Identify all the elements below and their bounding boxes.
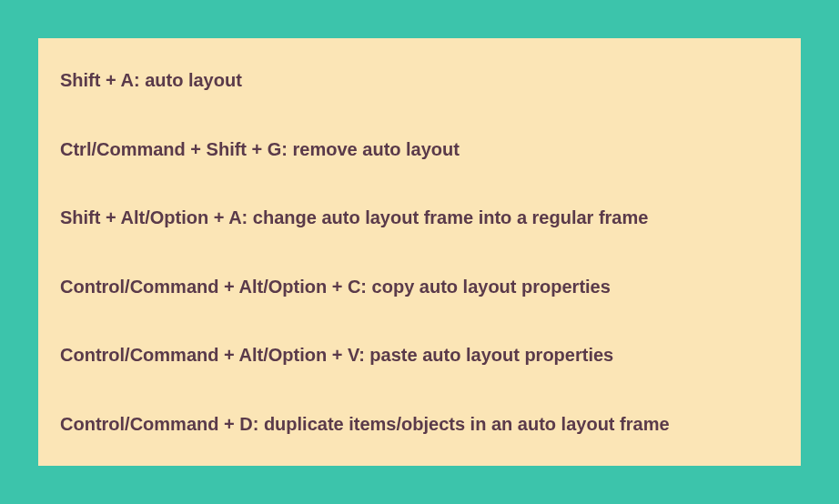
shortcut-item: Shift + Alt/Option + A: change auto layo… xyxy=(60,205,779,230)
shortcut-item: Ctrl/Command + Shift + G: remove auto la… xyxy=(60,136,779,162)
shortcut-item: Control/Command + Alt/Option + V: paste … xyxy=(60,342,779,368)
shortcuts-card: Shift + A: auto layout Ctrl/Command + Sh… xyxy=(38,38,801,466)
shortcut-item: Control/Command + D: duplicate items/obj… xyxy=(60,411,779,437)
shortcut-item: Shift + A: auto layout xyxy=(60,67,779,93)
shortcut-item: Control/Command + Alt/Option + C: copy a… xyxy=(60,274,779,299)
